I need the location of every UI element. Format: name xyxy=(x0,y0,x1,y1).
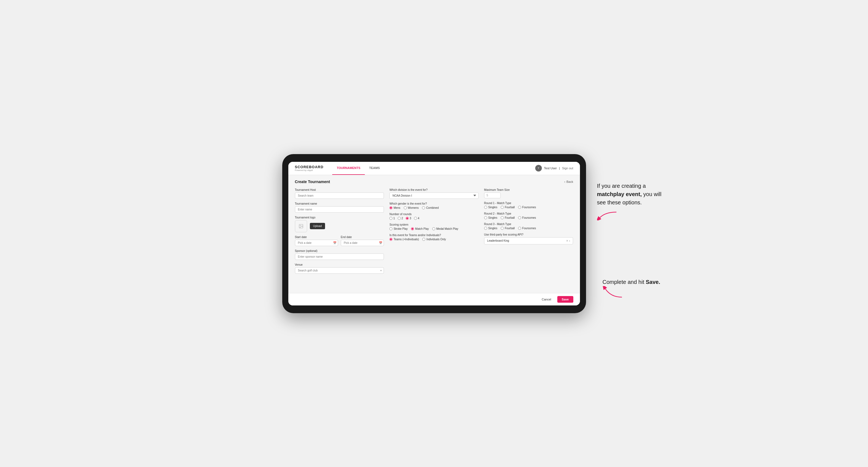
form-footer: Cancel Save xyxy=(288,293,580,306)
cancel-button[interactable]: Cancel xyxy=(538,296,555,303)
round1-fourball-radio[interactable] xyxy=(501,206,504,209)
end-date-label: End date xyxy=(341,236,384,239)
round-1-label: 1 xyxy=(393,217,395,220)
teams-option[interactable]: Teams (+Individuals) xyxy=(390,238,419,241)
api-label: Use third-party live scoring API? xyxy=(484,233,573,236)
logo-placeholder xyxy=(295,220,307,232)
round3-fourball[interactable]: Fourball xyxy=(501,227,515,230)
api-tag-close-icon[interactable]: × › xyxy=(566,239,570,243)
sponsor-label: Sponsor (optional) xyxy=(295,249,384,252)
round2-fourball[interactable]: Fourball xyxy=(501,216,515,219)
round2-label: Round 2 - Match Type xyxy=(484,212,573,215)
round1-foursomes[interactable]: Foursomes xyxy=(518,206,536,209)
venue-input[interactable] xyxy=(295,267,384,274)
scoring-group: Scoring system Stroke Play Match Play xyxy=(390,223,478,230)
max-team-size-input[interactable] xyxy=(484,192,501,198)
individuals-radio[interactable] xyxy=(422,238,425,241)
middle-section: Which division is the event for? NCAA Di… xyxy=(390,188,478,274)
form-layout: Tournament Host Tournament name Tourname… xyxy=(295,188,573,274)
teams-label: Is this event for Teams and/or Individua… xyxy=(390,234,478,237)
round3-singles[interactable]: Singles xyxy=(484,227,497,230)
round-2[interactable]: 2 xyxy=(398,217,403,220)
gender-mens-radio[interactable] xyxy=(390,206,393,209)
sponsor-input[interactable] xyxy=(295,253,384,260)
round2-foursomes-radio[interactable] xyxy=(518,216,521,219)
round-1-radio[interactable] xyxy=(390,217,393,220)
rounds-label: Number of rounds xyxy=(390,213,478,216)
round1-fourball[interactable]: Fourball xyxy=(501,206,515,209)
round3-fourball-radio[interactable] xyxy=(501,227,504,230)
round2-foursomes-label: Foursomes xyxy=(522,216,536,219)
gender-combined[interactable]: Combined xyxy=(422,206,439,209)
round3-singles-label: Singles xyxy=(488,227,497,230)
round3-foursomes-label: Foursomes xyxy=(522,227,536,230)
round3-foursomes[interactable]: Foursomes xyxy=(518,227,536,230)
rounds-radio-group: 1 2 3 xyxy=(390,217,478,220)
annotation-bottom: Complete and hit Save. xyxy=(602,278,669,302)
header-right: T Test User | Sign out xyxy=(535,165,573,172)
gender-womens[interactable]: Womens xyxy=(404,206,419,209)
venue-input-wrapper: ▾ xyxy=(295,267,384,274)
scoring-match[interactable]: Match Play xyxy=(411,227,429,230)
round2-singles-label: Singles xyxy=(488,216,497,219)
tournament-name-input[interactable] xyxy=(295,206,384,213)
save-button[interactable]: Save xyxy=(557,296,573,303)
teams-radio-group: Teams (+Individuals) Individuals Only xyxy=(390,238,478,241)
teams-label-text: Teams (+Individuals) xyxy=(394,238,419,241)
start-date-input[interactable] xyxy=(295,240,338,246)
round2-foursomes[interactable]: Foursomes xyxy=(518,216,536,219)
scoring-stroke-radio[interactable] xyxy=(390,227,393,230)
round-3-radio[interactable] xyxy=(406,217,409,220)
round1-match-type-group: Round 1 - Match Type Singles Fourball xyxy=(484,201,573,209)
upload-button[interactable]: Upload xyxy=(310,223,325,229)
round1-singles-label: Singles xyxy=(488,206,497,209)
round2-options: Singles Fourball Foursomes xyxy=(484,216,573,219)
round2-fourball-radio[interactable] xyxy=(501,216,504,219)
round1-singles[interactable]: Singles xyxy=(484,206,497,209)
tournament-logo-group: Tournament logo xyxy=(295,216,384,232)
round2-singles[interactable]: Singles xyxy=(484,216,497,219)
gender-radio-group: Mens Womens Combined xyxy=(390,206,478,209)
round1-fourball-label: Fourball xyxy=(505,206,515,209)
annotation-save-bold: Save. xyxy=(646,279,660,285)
teams-radio[interactable] xyxy=(390,238,393,241)
scoring-stroke-label: Stroke Play xyxy=(394,227,408,230)
round2-singles-radio[interactable] xyxy=(484,216,487,219)
scoring-match-radio[interactable] xyxy=(411,227,414,230)
pipe-separator: | xyxy=(559,166,560,170)
round1-singles-radio[interactable] xyxy=(484,206,487,209)
individuals-option[interactable]: Individuals Only xyxy=(422,238,446,241)
tab-teams[interactable]: TEAMS xyxy=(365,162,384,175)
gender-label: Which gender is the event for? xyxy=(390,202,478,205)
round-4[interactable]: 4 xyxy=(414,217,420,220)
back-button[interactable]: ‹ Back xyxy=(564,180,573,183)
tournament-logo-label: Tournament logo xyxy=(295,216,384,219)
gender-womens-radio[interactable] xyxy=(404,206,407,209)
round3-foursomes-radio[interactable] xyxy=(518,227,521,230)
division-select[interactable]: NCAA Division I xyxy=(390,192,478,199)
gender-combined-radio[interactable] xyxy=(422,206,425,209)
round1-foursomes-radio[interactable] xyxy=(518,206,521,209)
round2-match-type-group: Round 2 - Match Type Singles Fourball xyxy=(484,212,573,219)
round-1[interactable]: 1 xyxy=(390,217,395,220)
right-section: Maximum Team Size Round 1 - Match Type S… xyxy=(484,188,573,274)
left-section: Tournament Host Tournament name Tourname… xyxy=(295,188,384,274)
sign-out-link[interactable]: Sign out xyxy=(562,166,573,170)
round3-match-type-group: Round 3 - Match Type Singles Fourball xyxy=(484,223,573,230)
scoring-medal[interactable]: Medal Match Play xyxy=(432,227,458,230)
tournament-host-label: Tournament Host xyxy=(295,188,384,191)
round-4-radio[interactable] xyxy=(414,217,417,220)
tournament-host-input[interactable] xyxy=(295,192,384,199)
scoring-medal-radio[interactable] xyxy=(432,227,435,230)
end-date-input[interactable] xyxy=(341,240,384,246)
round-3[interactable]: 3 xyxy=(406,217,411,220)
calendar-icon-end: 📅 xyxy=(379,241,382,244)
header: SCOREBOARD Powered by clippit TOURNAMENT… xyxy=(288,162,580,175)
gender-mens[interactable]: Mens xyxy=(390,206,400,209)
end-date-wrapper: 📅 xyxy=(341,240,384,246)
round3-singles-radio[interactable] xyxy=(484,227,487,230)
tab-tournaments[interactable]: TOURNAMENTS xyxy=(332,162,365,175)
back-chevron-icon: ‹ xyxy=(564,180,565,183)
scoring-stroke[interactable]: Stroke Play xyxy=(390,227,408,230)
round-2-radio[interactable] xyxy=(398,217,401,220)
